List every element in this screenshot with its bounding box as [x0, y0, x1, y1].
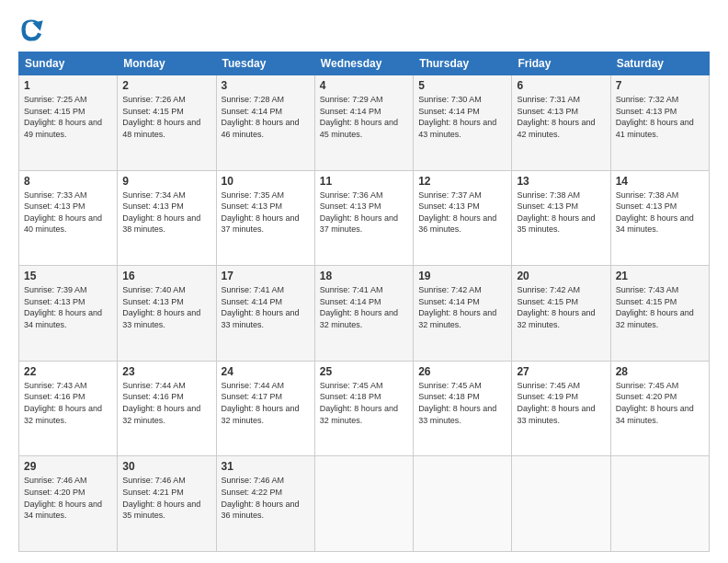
calendar-cell: 24Sunrise: 7:44 AMSunset: 4:17 PMDayligh… [216, 361, 314, 456]
day-number: 26 [418, 365, 506, 378]
cell-info: Sunrise: 7:39 AMSunset: 4:13 PMDaylight:… [24, 284, 112, 330]
calendar-cell: 10Sunrise: 7:35 AMSunset: 4:13 PMDayligh… [216, 170, 314, 266]
calendar: SundayMondayTuesdayWednesdayThursdayFrid… [18, 52, 710, 552]
calendar-cell: 1Sunrise: 7:25 AMSunset: 4:15 PMDaylight… [19, 75, 118, 171]
cell-info: Sunrise: 7:46 AMSunset: 4:21 PMDaylight:… [122, 475, 210, 521]
cell-info: Sunrise: 7:26 AMSunset: 4:15 PMDaylight:… [122, 94, 210, 140]
calendar-cell: 23Sunrise: 7:44 AMSunset: 4:16 PMDayligh… [118, 361, 216, 456]
weekday-header: Thursday [414, 52, 512, 75]
day-number: 3 [222, 79, 310, 92]
cell-info: Sunrise: 7:28 AMSunset: 4:14 PMDaylight:… [222, 94, 310, 140]
calendar-cell: 8Sunrise: 7:33 AMSunset: 4:13 PMDaylight… [19, 170, 118, 266]
cell-info: Sunrise: 7:31 AMSunset: 4:13 PMDaylight:… [517, 94, 605, 140]
calendar-cell [610, 456, 709, 552]
calendar-cell: 27Sunrise: 7:45 AMSunset: 4:19 PMDayligh… [512, 361, 610, 456]
logo-area [18, 17, 48, 42]
cell-info: Sunrise: 7:36 AMSunset: 4:13 PMDaylight:… [320, 190, 408, 236]
calendar-cell: 9Sunrise: 7:34 AMSunset: 4:13 PMDaylight… [118, 170, 216, 266]
day-number: 1 [24, 79, 112, 92]
weekday-header: Monday [118, 52, 216, 75]
day-number: 12 [418, 175, 506, 188]
cell-info: Sunrise: 7:40 AMSunset: 4:13 PMDaylight:… [122, 284, 210, 330]
cell-info: Sunrise: 7:44 AMSunset: 4:17 PMDaylight:… [222, 380, 310, 426]
day-number: 15 [24, 270, 112, 282]
logo-icon [18, 17, 44, 42]
calendar-cell: 5Sunrise: 7:30 AMSunset: 4:14 PMDaylight… [414, 75, 512, 171]
calendar-cell: 14Sunrise: 7:38 AMSunset: 4:13 PMDayligh… [610, 170, 709, 266]
cell-info: Sunrise: 7:29 AMSunset: 4:14 PMDaylight:… [320, 94, 408, 140]
calendar-cell: 18Sunrise: 7:41 AMSunset: 4:14 PMDayligh… [314, 266, 413, 362]
cell-info: Sunrise: 7:46 AMSunset: 4:20 PMDaylight:… [24, 475, 112, 521]
weekday-header: Saturday [610, 52, 709, 75]
day-number: 28 [616, 365, 704, 378]
calendar-cell [414, 456, 512, 552]
day-number: 24 [222, 365, 310, 378]
day-number: 13 [517, 175, 605, 188]
day-number: 23 [122, 365, 210, 378]
weekday-header: Sunday [19, 52, 118, 75]
calendar-cell [314, 456, 413, 552]
calendar-cell: 30Sunrise: 7:46 AMSunset: 4:21 PMDayligh… [118, 456, 216, 552]
day-number: 4 [320, 79, 408, 92]
day-number: 18 [320, 270, 408, 282]
calendar-cell: 2Sunrise: 7:26 AMSunset: 4:15 PMDaylight… [118, 75, 216, 171]
cell-info: Sunrise: 7:25 AMSunset: 4:15 PMDaylight:… [24, 94, 112, 140]
day-number: 11 [320, 175, 408, 188]
weekday-header: Friday [512, 52, 610, 75]
day-number: 25 [320, 365, 408, 378]
calendar-cell: 29Sunrise: 7:46 AMSunset: 4:20 PMDayligh… [19, 456, 118, 552]
calendar-cell: 6Sunrise: 7:31 AMSunset: 4:13 PMDaylight… [512, 75, 610, 171]
calendar-cell: 4Sunrise: 7:29 AMSunset: 4:14 PMDaylight… [314, 75, 413, 171]
cell-info: Sunrise: 7:37 AMSunset: 4:13 PMDaylight:… [418, 190, 506, 236]
calendar-cell: 3Sunrise: 7:28 AMSunset: 4:14 PMDaylight… [216, 75, 314, 171]
day-number: 30 [122, 460, 210, 473]
cell-info: Sunrise: 7:45 AMSunset: 4:18 PMDaylight:… [320, 380, 408, 426]
weekday-header: Tuesday [216, 52, 314, 75]
calendar-cell: 22Sunrise: 7:43 AMSunset: 4:16 PMDayligh… [19, 361, 118, 456]
cell-info: Sunrise: 7:42 AMSunset: 4:14 PMDaylight:… [418, 284, 506, 330]
calendar-cell: 28Sunrise: 7:45 AMSunset: 4:20 PMDayligh… [610, 361, 709, 456]
calendar-cell [512, 456, 610, 552]
day-number: 21 [616, 270, 704, 282]
page: SundayMondayTuesdayWednesdayThursdayFrid… [0, 0, 728, 563]
day-number: 27 [517, 365, 605, 378]
header [18, 17, 710, 42]
cell-info: Sunrise: 7:30 AMSunset: 4:14 PMDaylight:… [418, 94, 506, 140]
calendar-cell: 15Sunrise: 7:39 AMSunset: 4:13 PMDayligh… [19, 266, 118, 362]
calendar-cell: 13Sunrise: 7:38 AMSunset: 4:13 PMDayligh… [512, 170, 610, 266]
cell-info: Sunrise: 7:43 AMSunset: 4:16 PMDaylight:… [24, 380, 112, 426]
day-number: 2 [122, 79, 210, 92]
day-number: 7 [616, 79, 704, 92]
cell-info: Sunrise: 7:43 AMSunset: 4:15 PMDaylight:… [616, 284, 704, 330]
calendar-cell: 11Sunrise: 7:36 AMSunset: 4:13 PMDayligh… [314, 170, 413, 266]
cell-info: Sunrise: 7:45 AMSunset: 4:20 PMDaylight:… [616, 380, 704, 426]
calendar-week-row: 22Sunrise: 7:43 AMSunset: 4:16 PMDayligh… [19, 361, 710, 456]
calendar-cell: 25Sunrise: 7:45 AMSunset: 4:18 PMDayligh… [314, 361, 413, 456]
cell-info: Sunrise: 7:34 AMSunset: 4:13 PMDaylight:… [122, 190, 210, 236]
cell-info: Sunrise: 7:38 AMSunset: 4:13 PMDaylight:… [616, 190, 704, 236]
day-number: 20 [517, 270, 605, 282]
calendar-header-row: SundayMondayTuesdayWednesdayThursdayFrid… [19, 52, 710, 75]
calendar-cell: 26Sunrise: 7:45 AMSunset: 4:18 PMDayligh… [414, 361, 512, 456]
cell-info: Sunrise: 7:41 AMSunset: 4:14 PMDaylight:… [320, 284, 408, 330]
day-number: 16 [122, 270, 210, 282]
day-number: 31 [222, 460, 310, 473]
cell-info: Sunrise: 7:46 AMSunset: 4:22 PMDaylight:… [222, 475, 310, 521]
calendar-cell: 21Sunrise: 7:43 AMSunset: 4:15 PMDayligh… [610, 266, 709, 362]
cell-info: Sunrise: 7:38 AMSunset: 4:13 PMDaylight:… [517, 190, 605, 236]
calendar-cell: 20Sunrise: 7:42 AMSunset: 4:15 PMDayligh… [512, 266, 610, 362]
day-number: 10 [222, 175, 310, 188]
calendar-cell: 7Sunrise: 7:32 AMSunset: 4:13 PMDaylight… [610, 75, 709, 171]
day-number: 17 [222, 270, 310, 282]
calendar-week-row: 1Sunrise: 7:25 AMSunset: 4:15 PMDaylight… [19, 75, 710, 171]
calendar-cell: 12Sunrise: 7:37 AMSunset: 4:13 PMDayligh… [414, 170, 512, 266]
cell-info: Sunrise: 7:32 AMSunset: 4:13 PMDaylight:… [616, 94, 704, 140]
calendar-cell: 31Sunrise: 7:46 AMSunset: 4:22 PMDayligh… [216, 456, 314, 552]
cell-info: Sunrise: 7:41 AMSunset: 4:14 PMDaylight:… [222, 284, 310, 330]
calendar-week-row: 8Sunrise: 7:33 AMSunset: 4:13 PMDaylight… [19, 170, 710, 266]
cell-info: Sunrise: 7:42 AMSunset: 4:15 PMDaylight:… [517, 284, 605, 330]
calendar-cell: 17Sunrise: 7:41 AMSunset: 4:14 PMDayligh… [216, 266, 314, 362]
day-number: 29 [24, 460, 112, 473]
cell-info: Sunrise: 7:45 AMSunset: 4:19 PMDaylight:… [517, 380, 605, 426]
cell-info: Sunrise: 7:35 AMSunset: 4:13 PMDaylight:… [222, 190, 310, 236]
